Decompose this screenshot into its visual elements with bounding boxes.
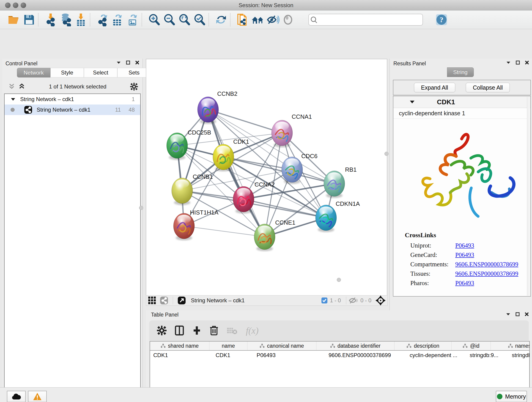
network-row[interactable]: String Network – cdk1 11 48 [5, 104, 140, 115]
cloud-icon [11, 393, 21, 400]
warning-icon [33, 392, 42, 401]
gray-eye-icon[interactable] [280, 12, 296, 27]
export-image-icon[interactable] [125, 12, 140, 27]
network-share-toggle-icon[interactable] [158, 293, 170, 308]
tab-style[interactable]: Style [51, 68, 84, 77]
network-node-CCNB2[interactable]: CCNB2 [197, 90, 237, 124]
zoom-in-icon[interactable] [147, 12, 162, 27]
table-cell[interactable]: CDK1 [212, 351, 253, 360]
network-collection-row[interactable]: String Network – cdk1 1 [5, 94, 140, 104]
search-input[interactable] [319, 15, 423, 25]
network-view-canvas[interactable]: CCNB2CCNA1CDC25BCDK1CDC6RB1CCNB1CCNA2CDK… [146, 59, 387, 295]
import-network-file-icon[interactable] [43, 12, 58, 27]
float-panel-icon[interactable] [126, 61, 130, 65]
network-edge[interactable] [244, 199, 326, 218]
column-header-@id[interactable]: @id [452, 341, 491, 350]
bottom-splitter-handle[interactable] [337, 278, 341, 282]
crosslink-label: Compartments: [410, 261, 455, 268]
export-table-icon[interactable] [110, 12, 125, 27]
network-name: String Network – cdk1 [37, 107, 115, 113]
network-node-CDC6[interactable]: CDC6 [282, 153, 317, 184]
crosslink-link[interactable]: 9606.ENSP00000378699 [455, 261, 518, 268]
left-splitter-handle[interactable] [139, 206, 143, 210]
hide-glass-eye-icon[interactable] [265, 12, 280, 27]
network-options-gear-icon[interactable] [130, 83, 138, 90]
results-scrollbar[interactable] [527, 97, 530, 296]
add-column-icon[interactable] [192, 325, 201, 336]
delete-column-icon[interactable] [210, 325, 218, 336]
selected-checkbox-icon[interactable] [321, 297, 328, 304]
tab-select[interactable]: Select [84, 68, 117, 77]
open-in-browser-icon[interactable] [176, 293, 188, 308]
network-node-CCNE1[interactable]: CCNE1 [254, 219, 295, 251]
hidden-eye-slash-icon[interactable] [349, 297, 358, 304]
float-menu-icon[interactable] [506, 61, 511, 64]
zoom-fit-icon[interactable] [177, 12, 192, 27]
column-header-namespace[interactable]: namespace [491, 341, 530, 350]
column-header-database-identifier[interactable]: database identifier [317, 341, 394, 350]
close-panel-icon[interactable] [135, 61, 139, 65]
float-menu-icon[interactable] [506, 313, 510, 316]
crosslink-link[interactable]: P06493 [455, 251, 474, 259]
network-node-RB1[interactable]: RB1 [324, 166, 357, 198]
table-cell[interactable]: 9606.ENSP00000378699 [325, 351, 406, 360]
float-menu-icon[interactable] [116, 61, 121, 64]
import-network-database-icon[interactable] [58, 12, 73, 27]
crosslink-link[interactable]: P06493 [455, 280, 474, 287]
close-panel-icon[interactable] [525, 61, 529, 65]
expand-all-button[interactable]: Expand All [414, 83, 455, 92]
right-splitter-handle[interactable] [385, 152, 389, 156]
column-header-description[interactable]: description [394, 341, 452, 350]
column-header-canonical-name[interactable]: canonical name [247, 341, 317, 350]
network-status-dot-icon [11, 108, 15, 112]
string-network-graph[interactable]: CCNB2CCNA1CDC25BCDK1CDC6RB1CCNB1CCNA2CDK… [146, 59, 387, 295]
table-row[interactable]: CDK1CDK1P064939606.ENSP00000378699cyclin… [150, 351, 529, 360]
svg-text:?: ? [440, 16, 443, 24]
birdseye-grid-icon[interactable] [146, 293, 158, 308]
network-node-HIST1H1A[interactable]: HIST1H1A [173, 209, 219, 240]
import-table-icon[interactable] [73, 12, 89, 27]
collapse-all-chevron-icon[interactable] [8, 83, 15, 90]
collapse-all-button[interactable]: Collapse All [466, 83, 510, 92]
column-header-shared-name[interactable]: shared name [150, 341, 209, 350]
table-settings-gear-icon[interactable] [157, 326, 167, 335]
zoom-out-icon[interactable] [162, 12, 177, 27]
tab-network[interactable]: Network [17, 68, 51, 77]
crosslink-link[interactable]: P06493 [455, 242, 474, 249]
column-header-name[interactable]: name [209, 341, 247, 350]
network-edge[interactable] [184, 226, 265, 237]
show-columns-icon[interactable] [175, 325, 184, 336]
network-node-CCNB1[interactable]: CCNB1 [172, 173, 213, 205]
network-edge[interactable] [208, 109, 265, 237]
float-panel-icon[interactable] [516, 61, 520, 65]
help-icon[interactable]: ? [434, 12, 449, 27]
crosslink-link[interactable]: 9606.ENSP00000378699 [455, 270, 518, 277]
table-cell[interactable]: CDK1 [150, 351, 212, 360]
table-cell[interactable]: stringdb [509, 351, 530, 360]
cloud-button[interactable] [7, 391, 26, 402]
expand-all-chevron-icon[interactable] [18, 83, 25, 90]
network-edge[interactable] [208, 109, 282, 133]
network-node-CCNA2[interactable]: CCNA2 [233, 181, 275, 214]
node-label: CDKN1A [336, 200, 360, 207]
table-cell[interactable]: P06493 [253, 351, 325, 360]
fit-selected-crosshair-icon[interactable] [374, 293, 387, 308]
open-session-icon[interactable] [6, 12, 22, 27]
save-session-icon[interactable] [22, 12, 37, 27]
refresh-layout-icon[interactable] [214, 12, 229, 27]
export-network-icon[interactable] [95, 12, 110, 27]
string-home-icon[interactable] [250, 12, 265, 27]
tab-string[interactable]: String [447, 67, 474, 77]
close-panel-icon[interactable] [525, 312, 529, 316]
search-box[interactable] [308, 14, 423, 26]
protein-collapse-triangle-icon[interactable] [409, 100, 415, 104]
memory-button[interactable]: Memory [496, 391, 527, 402]
table-cell[interactable]: cyclin-dependent ... [406, 351, 467, 360]
zoom-selected-icon[interactable] [192, 12, 207, 27]
warnings-button[interactable] [28, 391, 47, 402]
collection-expand-triangle-icon[interactable] [11, 97, 16, 101]
network-node-CDKN1A[interactable]: CDKN1A [316, 200, 360, 232]
share-document-icon[interactable] [235, 12, 250, 27]
table-cell[interactable]: stringdb:9... [467, 351, 509, 360]
float-panel-icon[interactable] [515, 312, 520, 316]
